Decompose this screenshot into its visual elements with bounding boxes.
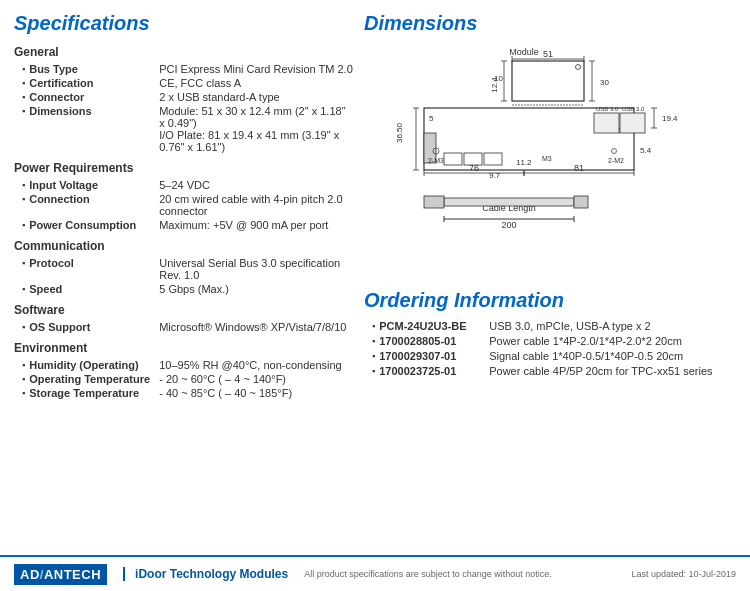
spec-protocol: Protocol Universal Serial Bus 3.0 specif…	[14, 257, 354, 281]
svg-text:USB 3.0: USB 3.0	[622, 106, 645, 112]
svg-text:M3: M3	[542, 155, 552, 162]
spec-power-consumption: Power Consumption Maximum: +5V @ 900 mA …	[14, 219, 354, 231]
svg-rect-57	[444, 198, 574, 206]
svg-text:76: 76	[469, 163, 479, 173]
svg-rect-58	[424, 196, 444, 208]
left-column: Specifications General Bus Type PCI Expr…	[14, 12, 354, 401]
svg-text:5: 5	[429, 114, 434, 123]
section-power: Power Requirements	[14, 161, 354, 175]
ordering-title: Ordering Information	[364, 289, 736, 312]
spec-connector: Connector 2 x USB standard-A type	[14, 91, 354, 103]
svg-text:9.7: 9.7	[489, 171, 501, 180]
svg-rect-5	[512, 61, 584, 101]
svg-text:30: 30	[600, 78, 609, 87]
order-row-0: PCM-24U2U3-BE USB 3.0, mPCIe, USB-A type…	[364, 320, 736, 332]
svg-rect-48	[444, 153, 462, 165]
svg-point-6	[576, 65, 581, 70]
svg-rect-59	[574, 196, 588, 208]
footer: AD/ANTECH iDoor Technology Modules All p…	[0, 555, 750, 591]
spec-speed: Speed 5 Gbps (Max.)	[14, 283, 354, 295]
spec-bus-type: Bus Type PCI Express Mini Card Revision …	[14, 63, 354, 75]
svg-text:200: 200	[501, 220, 516, 230]
svg-text:51: 51	[543, 49, 553, 59]
footer-date: Last updated: 10-Jul-2019	[631, 569, 736, 579]
section-software: Software	[14, 303, 354, 317]
diagram-svg: Module 51 12.4 10	[364, 43, 704, 273]
section-communication: Communication	[14, 239, 354, 253]
order-row-1: 1700028805-01 Power cable 1*4P-2.0/1*4P-…	[364, 335, 736, 347]
svg-text:USB 3.0: USB 3.0	[596, 106, 619, 112]
dimensions-title: Dimensions	[364, 12, 736, 35]
svg-text:19.4: 19.4	[662, 114, 678, 123]
svg-point-34	[612, 149, 617, 154]
logo-text: AD/ANTECH	[14, 564, 107, 585]
svg-text:2-M3: 2-M3	[428, 157, 444, 164]
svg-rect-28	[620, 113, 645, 133]
svg-text:36.50: 36.50	[395, 122, 404, 143]
svg-text:81: 81	[574, 163, 584, 173]
order-row-2: 1700029307-01 Signal cable 1*40P-0.5/1*4…	[364, 350, 736, 362]
spec-input-voltage: Input Voltage 5–24 VDC	[14, 179, 354, 191]
svg-text:11.2: 11.2	[516, 158, 532, 167]
section-general: General	[14, 45, 354, 59]
order-row-3: 1700023725-01 Power cable 4P/5P 20cm for…	[364, 365, 736, 377]
main-content: Specifications General Bus Type PCI Expr…	[0, 0, 750, 411]
right-column: Dimensions Module 51 12.4	[364, 12, 736, 401]
spec-humidity: Humidity (Operating) 10–95% RH @40°C, no…	[14, 359, 354, 371]
spec-connection: Connection 20 cm wired cable with 4-pin …	[14, 193, 354, 217]
spec-dimensions: Dimensions Module: 51 x 30 x 12.4 mm (2"…	[14, 105, 354, 153]
svg-text:2-M2: 2-M2	[608, 157, 624, 164]
spec-certification: Certification CE, FCC class A	[14, 77, 354, 89]
footer-logo: AD/ANTECH	[14, 564, 107, 585]
dimensions-diagram: Module 51 12.4 10	[364, 43, 704, 273]
page-title: Specifications	[14, 12, 354, 35]
footer-tagline: iDoor Technology Modules	[123, 567, 288, 581]
svg-text:5.4: 5.4	[640, 146, 652, 155]
spec-os-support: OS Support Microsoft® Windows® XP/Vista/…	[14, 321, 354, 333]
svg-rect-27	[594, 113, 619, 133]
spec-storage-temp: Storage Temperature - 40 ~ 85°C ( – 40 ~…	[14, 387, 354, 399]
svg-text:Module: Module	[509, 47, 539, 57]
spec-op-temp: Operating Temperature - 20 ~ 60°C ( – 4 …	[14, 373, 354, 385]
section-environment: Environment	[14, 341, 354, 355]
svg-rect-50	[484, 153, 502, 165]
svg-text:10: 10	[494, 74, 503, 83]
footer-notice: All product specifications are subject t…	[304, 569, 631, 579]
